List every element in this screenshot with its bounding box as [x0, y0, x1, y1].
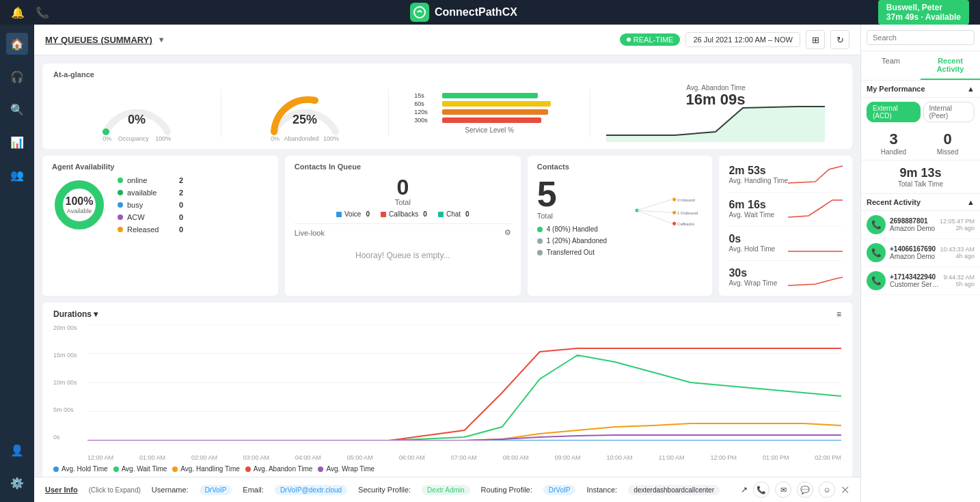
security-label: Security Profile: — [358, 486, 411, 494]
wait-legend-label: Avg. Wait Time — [122, 465, 167, 473]
activity-icon-2: 📞 — [867, 271, 886, 290]
svg-text:0%: 0% — [128, 113, 146, 126]
sidebar-item-user[interactable]: 👤 — [6, 439, 28, 461]
date-range[interactable]: 26 Jul 2021 12:00 AM – NOW — [685, 32, 800, 47]
top-bar: MY QUEUES (SUMMARY) ▼ REAL-TIME 26 Jul 2… — [34, 25, 860, 55]
talk-time-value: 9m 13s — [867, 166, 975, 180]
my-performance-collapse[interactable]: ▲ — [967, 85, 975, 93]
wrap-legend-label: Avg. Wrap Time — [326, 465, 375, 473]
agent-availability-panel: Agent Availability 100% Available — [42, 156, 278, 296]
click-expand[interactable]: (Click to Expand) — [89, 486, 141, 494]
y-label-20m: 20m 00s — [53, 324, 84, 331]
ciq-total: 0 — [295, 176, 511, 198]
external-link-icon[interactable]: ↗ — [741, 485, 748, 494]
bottom-bar: User Info (Click to Expand) Username: Dr… — [34, 477, 860, 502]
search-container — [861, 25, 980, 51]
smiley-bottom-icon[interactable]: ☺ — [819, 482, 835, 498]
sidebar-item-headset[interactable]: 🎧 — [6, 66, 28, 87]
sidebar-item-contacts[interactable]: 👥 — [6, 164, 28, 186]
legend-wrap: Avg. Wrap Time — [318, 465, 375, 473]
durations-menu-icon[interactable]: ≡ — [836, 309, 841, 319]
avg-wait-val: 6m 16s — [729, 199, 774, 211]
activity-info-1: +14066167690 Amazon Demo — [890, 245, 936, 260]
avg-handling-val: 2m 53s — [729, 165, 788, 177]
acw-dot — [118, 214, 123, 220]
close-icon[interactable]: ✕ — [841, 484, 849, 497]
user-name: Buswell, Peter — [886, 3, 942, 12]
search-input[interactable] — [867, 30, 975, 45]
live-look-icon[interactable]: ⚙ — [504, 228, 511, 237]
expand-btn[interactable]: ⊞ — [806, 30, 825, 49]
abandoned-max: 100% — [323, 135, 339, 142]
voice-dot — [336, 212, 342, 217]
activity-item-2[interactable]: 📞 +17143422940 Customer Servi... 9:44:32… — [861, 267, 980, 295]
online-val: 2 — [179, 176, 183, 184]
my-performance-title: My Performance — [867, 85, 925, 93]
at-a-glance-title: At-a-glance — [53, 70, 841, 79]
sidebar-item-home[interactable]: 🏠 — [6, 33, 28, 55]
dropdown-icon[interactable]: ▼ — [158, 36, 165, 44]
stat-released: Released 0 — [118, 225, 183, 234]
y-label-0: 0s — [53, 434, 84, 441]
durations-title[interactable]: Durations ▾ — [53, 309, 98, 319]
x-12pm: 12:00 PM — [710, 454, 737, 461]
bell-icon[interactable]: 🔔 — [11, 6, 25, 19]
realtime-label: REAL-TIME — [634, 36, 674, 44]
x-12am: 12:00 AM — [87, 454, 113, 461]
avg-handling-lbl: Avg. Handling Time — [729, 177, 788, 184]
phone-bottom-icon[interactable]: 📞 — [753, 482, 770, 498]
service-level-label: Service Level % — [414, 126, 564, 134]
recent-activity-collapse[interactable]: ▲ — [967, 198, 975, 206]
activity-icon-0: 📞 — [867, 215, 886, 234]
activity-number-0: 2698887801 — [890, 217, 936, 225]
chat-bottom-icon[interactable]: 💬 — [797, 482, 813, 498]
sidebar-item-search[interactable]: 🔍 — [6, 98, 28, 120]
left-sidebar: 🏠 🎧 🔍 📊 👥 👤 ⚙️ — [0, 25, 34, 502]
x-7am: 07:00 AM — [451, 454, 477, 461]
handled-value: 3 — [867, 130, 921, 148]
sidebar-item-reports[interactable]: 📊 — [6, 131, 28, 153]
svg-point-15 — [672, 222, 676, 225]
handled-metric: 3 Handled — [867, 130, 921, 156]
at-a-glance-panel: At-a-glance 0% 0% Occupancy 100% — [42, 64, 852, 149]
sidebar-item-settings[interactable]: ⚙️ — [6, 472, 28, 494]
occupancy-block: 0% 0% Occupancy 100% — [53, 84, 221, 142]
perf-tab-internal[interactable]: Internal (Peer) — [923, 102, 975, 122]
live-look-label: Live-look — [295, 229, 325, 237]
contacts-total: 5 — [537, 176, 607, 212]
handled-label: Handled — [867, 148, 921, 156]
activity-info-2: +17143422940 Customer Servi... — [890, 273, 939, 288]
released-dot — [118, 227, 123, 232]
legend-wait: Avg. Wait Time — [113, 465, 167, 473]
user-info-title[interactable]: User Info — [45, 486, 78, 494]
phone-icon[interactable]: 📞 — [36, 6, 49, 19]
email-bottom-icon[interactable]: ✉ — [775, 482, 791, 498]
activity-ago-2: 5h ago — [943, 281, 975, 288]
user-status[interactable]: Buswell, Peter 37m 49s · Available — [878, 0, 969, 25]
perf-tab-external[interactable]: External (ACD) — [867, 102, 921, 122]
svg-text:Callbacks: Callbacks — [677, 222, 694, 226]
activity-name-1: Amazon Demo — [890, 253, 936, 260]
activity-item-0[interactable]: 📞 2698887801 Amazon Demo 12:05:47 PM 2h … — [861, 211, 980, 239]
activity-ago-1: 4h ago — [940, 253, 975, 260]
refresh-btn[interactable]: ↻ — [830, 30, 849, 49]
tab-team[interactable]: Team — [861, 51, 921, 80]
activity-item-1[interactable]: 📞 +14066167690 Amazon Demo 10:43:33 AM 4… — [861, 239, 980, 267]
available-dot — [118, 190, 123, 195]
nav-icons: 🔔 📞 — [11, 6, 49, 19]
activity-time-1: 10:43:33 AM — [940, 246, 975, 253]
svg-text:1 Outbound: 1 Outbound — [677, 211, 698, 215]
y-label-10m: 10m 00s — [53, 379, 84, 386]
my-performance-header: My Performance ▲ — [861, 81, 980, 98]
tab-recent-activity[interactable]: Recent Activity — [921, 51, 980, 80]
realtime-badge: REAL-TIME — [620, 33, 681, 46]
queues-title[interactable]: MY QUEUES (SUMMARY) — [45, 35, 152, 45]
brand: ConnectPathCX — [410, 3, 517, 22]
voice-label: Voice — [344, 210, 361, 218]
ciq-types: Voice 0 Callbacks 0 Chat 0 — [295, 210, 511, 218]
live-look[interactable]: Live-look ⚙ — [295, 223, 511, 237]
activity-ago-0: 2h ago — [940, 225, 975, 232]
callbacks-val: 0 — [423, 210, 427, 218]
breakdown-transferred: Transferred Out — [537, 249, 607, 256]
logo-icon — [410, 3, 429, 22]
